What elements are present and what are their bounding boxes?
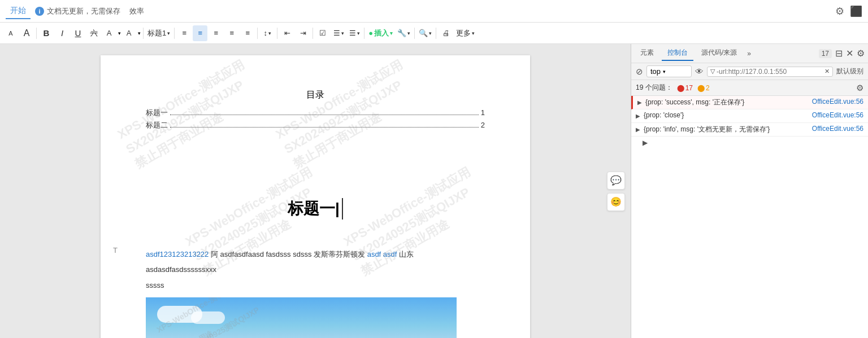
align-distribute-btn[interactable]: ≡	[240, 25, 255, 41]
checkbox-btn[interactable]: ☑	[315, 25, 330, 41]
more-btn[interactable]: 更多 ▾	[454, 25, 476, 41]
underline-btn[interactable]: U	[71, 25, 85, 41]
align-right-btn[interactable]: ≡	[209, 25, 223, 41]
insert-label: 插入	[374, 28, 389, 38]
outdent-btn[interactable]: ⇤	[280, 25, 294, 41]
entry1-source[interactable]: OfficeEdit.vue:56	[812, 98, 863, 106]
insert-btn[interactable]: ● 插入 ▾	[367, 25, 394, 41]
strikethrough-btn[interactable]: 六	[86, 25, 101, 41]
font-color-btn[interactable]: A	[102, 25, 117, 41]
issues-settings-icon[interactable]: ⚙	[856, 83, 863, 93]
font-size-increase-btn[interactable]: A	[19, 25, 34, 41]
body-line-3: sssss	[146, 279, 485, 292]
search-btn[interactable]: 🔍▾	[417, 25, 433, 41]
share-icon[interactable]: ⬛	[850, 5, 862, 17]
entry1-content: {prop: 'success', msg: '正在保存'}	[645, 98, 809, 107]
numbering-btn[interactable]: ☰▾	[347, 25, 362, 41]
toc-item-2: 标题二 2	[146, 120, 485, 130]
warn-icon: ⬤	[697, 84, 705, 92]
tab-console[interactable]: 控制台	[662, 46, 693, 61]
highlight-caret[interactable]: ▾	[138, 30, 141, 36]
log-entry-2: ▶ {prop: 'close'} OfficeEdit.vue:56	[631, 109, 868, 123]
align-left-btn[interactable]: ≡	[177, 25, 192, 41]
toc-dots-1	[170, 115, 479, 115]
devtools-panel: 元素 控制台 源代码/来源 » 17 ⊟ ✕ ⚙ ⊘ top ▾ 👁 ▽ ✕	[631, 44, 868, 338]
side-btn-comment[interactable]: 💬	[607, 172, 625, 190]
top-caret: ▾	[663, 69, 666, 74]
entry2-source[interactable]: OfficeEdit.vue:56	[812, 111, 863, 119]
level-label[interactable]: 默认级别	[836, 67, 863, 76]
devtools-eye-icon[interactable]: 👁	[695, 67, 704, 76]
devtools-filter[interactable]: ▽ ✕	[707, 67, 833, 77]
font-size-decrease-btn[interactable]: A	[3, 25, 18, 41]
sep9	[436, 28, 436, 39]
heading1[interactable]: 标题一|	[288, 198, 343, 220]
toc-num-1: 1	[481, 108, 485, 117]
entry3-source[interactable]: OfficeEdit.vue:56	[812, 125, 863, 133]
devtools-dock-icon[interactable]: ⊟	[835, 48, 843, 59]
filter-x-icon[interactable]: ✕	[824, 68, 830, 75]
sep8	[414, 28, 415, 39]
top-label: top	[650, 67, 661, 76]
bold-btn[interactable]: B	[39, 25, 54, 41]
tools-btn[interactable]: 🔧▾	[396, 25, 412, 41]
warn-count: 2	[706, 84, 710, 92]
entry3-content: {prop: 'info', msg: '文档无更新，无需保存'}	[644, 125, 809, 134]
status-area: i 文档无更新，无需保存	[35, 6, 120, 16]
more-label: 更多	[456, 28, 471, 38]
toc-dots-2	[170, 127, 479, 128]
log-expand-indicator[interactable]: ▶	[631, 137, 868, 149]
image-placeholder: XPS-WebOffice-测试应用 SX20240925测试QIJXP 禁止用…	[146, 297, 457, 338]
devtools-tab-icons: 17 ⊟ ✕ ⚙	[819, 48, 865, 59]
toc-item-1: 标题一 1	[146, 108, 485, 118]
devtools-tabs: 元素 控制台 源代码/来源 » 17 ⊟ ✕ ⚙	[631, 44, 868, 63]
sep1	[36, 28, 37, 39]
highlight-btn[interactable]: A	[122, 25, 137, 41]
entry2-content: {prop: 'close'}	[644, 111, 809, 119]
sep5	[277, 28, 277, 39]
editor-area[interactable]: XPS-WebOffice-测试应用SX20240925测试QIJXP禁止用于商…	[0, 44, 631, 338]
toc-label-1: 标题一	[146, 108, 168, 118]
body-line-2: asdasdfasdssssssxxx	[146, 263, 485, 276]
issues-warn[interactable]: ⬤ 2	[697, 84, 710, 92]
indent-btn[interactable]: ⇥	[296, 25, 310, 41]
style-selector-btn[interactable]: 标题1 ▾	[146, 25, 172, 41]
side-btn-emoji[interactable]: 😊	[607, 193, 625, 211]
settings-icon[interactable]: ⚙	[835, 5, 844, 17]
error-icon: ⬤	[677, 84, 684, 92]
error-count: 17	[685, 84, 693, 92]
top-dropdown[interactable]: top ▾	[646, 65, 692, 77]
list-btn[interactable]: ☰▾	[331, 25, 346, 41]
efficiency-label[interactable]: 效率	[129, 6, 144, 16]
issues-count: 19 个问题：	[636, 83, 672, 93]
font-color-caret[interactable]: ▾	[118, 30, 121, 36]
align-justify-btn[interactable]: ≡	[224, 25, 239, 41]
entry3-triangle[interactable]: ▶	[636, 126, 640, 133]
tab-elements[interactable]: 元素	[635, 46, 659, 61]
devtools-block-icon[interactable]: ⊘	[636, 67, 643, 77]
align-center-btn[interactable]: ≡	[193, 25, 207, 41]
devtools-issues: 19 个问题： ⬤ 17 ⬤ 2 ⚙	[631, 80, 868, 96]
devtools-icon-number: 17	[819, 49, 832, 58]
italic-btn[interactable]: I	[55, 25, 70, 41]
print-btn[interactable]: 🖨	[439, 25, 453, 41]
line-spacing-btn[interactable]: ↕▾	[260, 25, 275, 41]
devtools-settings-icon[interactable]: ⚙	[857, 48, 865, 59]
devtools-close-icon[interactable]: ✕	[846, 48, 853, 59]
entry1-triangle[interactable]: ▶	[637, 99, 642, 106]
sep6	[313, 28, 313, 39]
tab-more[interactable]: »	[745, 50, 753, 58]
sep3	[174, 28, 175, 39]
style-caret: ▾	[167, 30, 170, 36]
log-entry-3: ▶ {prop: 'info', msg: '文档无更新，无需保存'} Offi…	[631, 123, 868, 137]
entry2-triangle[interactable]: ▶	[636, 113, 640, 119]
top-bar: 开始 i 文档无更新，无需保存 效率 ⚙ ⬛	[0, 0, 868, 23]
left-t-icon: T	[113, 246, 118, 254]
body-line-1: asdf123123213222 阿 asdfasdfaasd fasdsss …	[146, 248, 485, 261]
sep4	[257, 28, 258, 39]
info-icon: i	[35, 7, 44, 16]
filter-input[interactable]	[717, 68, 823, 76]
tab-sources[interactable]: 源代码/来源	[696, 46, 743, 61]
start-tab[interactable]: 开始	[6, 3, 31, 19]
issues-error[interactable]: ⬤ 17	[677, 84, 693, 92]
